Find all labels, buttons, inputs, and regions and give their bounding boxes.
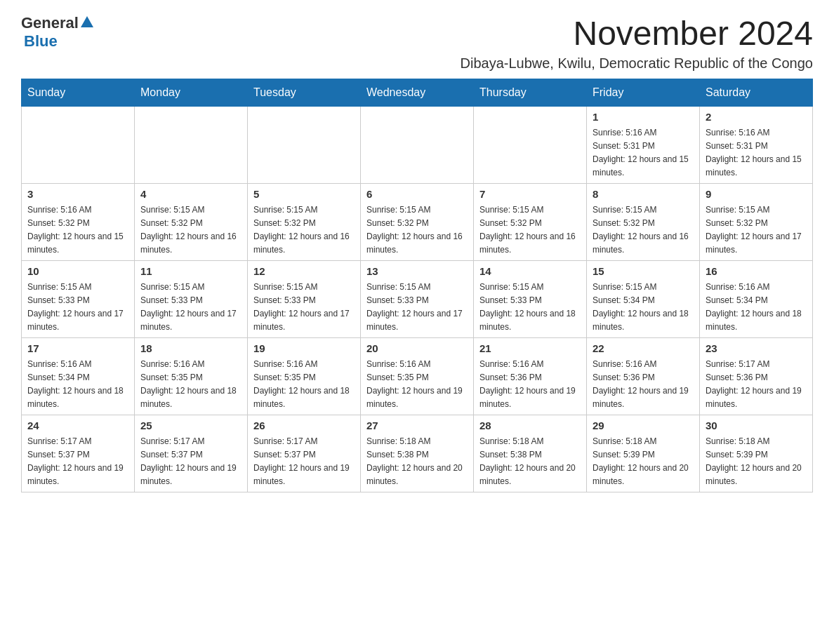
table-row: 19 Sunrise: 5:16 AMSunset: 5:35 PMDaylig…: [248, 338, 361, 415]
table-row: 18 Sunrise: 5:16 AMSunset: 5:35 PMDaylig…: [135, 338, 248, 415]
col-friday: Friday: [587, 79, 700, 107]
day-number: 27: [366, 420, 468, 431]
day-info: Sunrise: 5:15 AMSunset: 5:32 PMDaylight:…: [253, 205, 350, 255]
table-row: 6 Sunrise: 5:15 AMSunset: 5:32 PMDayligh…: [361, 184, 474, 261]
day-number: 24: [27, 420, 128, 431]
table-row: 4 Sunrise: 5:15 AMSunset: 5:32 PMDayligh…: [135, 184, 248, 261]
day-info: Sunrise: 5:16 AMSunset: 5:36 PMDaylight:…: [593, 359, 689, 409]
day-info: Sunrise: 5:17 AMSunset: 5:37 PMDaylight:…: [253, 436, 350, 486]
day-info: Sunrise: 5:16 AMSunset: 5:31 PMDaylight:…: [706, 128, 802, 177]
day-info: Sunrise: 5:17 AMSunset: 5:37 PMDaylight:…: [27, 436, 124, 486]
table-row: 2 Sunrise: 5:16 AMSunset: 5:31 PMDayligh…: [700, 107, 813, 184]
day-number: 8: [593, 188, 694, 200]
day-info: Sunrise: 5:18 AMSunset: 5:38 PMDaylight:…: [366, 436, 463, 486]
col-thursday: Thursday: [474, 79, 587, 107]
table-row: 30 Sunrise: 5:18 AMSunset: 5:39 PMDaylig…: [700, 415, 813, 492]
day-info: Sunrise: 5:15 AMSunset: 5:32 PMDaylight:…: [479, 205, 576, 255]
day-number: 5: [253, 188, 355, 200]
day-info: Sunrise: 5:16 AMSunset: 5:34 PMDaylight:…: [27, 359, 124, 409]
table-row: 15 Sunrise: 5:15 AMSunset: 5:34 PMDaylig…: [587, 261, 700, 338]
table-row: 12 Sunrise: 5:15 AMSunset: 5:33 PMDaylig…: [248, 261, 361, 338]
calendar-week-row: 10 Sunrise: 5:15 AMSunset: 5:33 PMDaylig…: [22, 261, 813, 338]
table-row: 29 Sunrise: 5:18 AMSunset: 5:39 PMDaylig…: [587, 415, 700, 492]
calendar-week-row: 17 Sunrise: 5:16 AMSunset: 5:34 PMDaylig…: [22, 338, 813, 415]
day-info: Sunrise: 5:15 AMSunset: 5:32 PMDaylight:…: [593, 205, 689, 255]
day-info: Sunrise: 5:15 AMSunset: 5:32 PMDaylight:…: [706, 205, 802, 255]
table-row: 27 Sunrise: 5:18 AMSunset: 5:38 PMDaylig…: [361, 415, 474, 492]
day-info: Sunrise: 5:15 AMSunset: 5:33 PMDaylight:…: [140, 282, 237, 332]
table-row: 5 Sunrise: 5:15 AMSunset: 5:32 PMDayligh…: [248, 184, 361, 261]
day-info: Sunrise: 5:17 AMSunset: 5:37 PMDaylight:…: [140, 436, 237, 486]
day-number: 29: [593, 420, 694, 431]
table-row: 11 Sunrise: 5:15 AMSunset: 5:33 PMDaylig…: [135, 261, 248, 338]
day-number: 22: [593, 342, 694, 354]
day-info: Sunrise: 5:15 AMSunset: 5:32 PMDaylight:…: [366, 205, 463, 255]
calendar-header-row: Sunday Monday Tuesday Wednesday Thursday…: [22, 79, 813, 107]
logo-general-text: General: [21, 14, 79, 32]
day-number: 28: [479, 420, 581, 431]
day-info: Sunrise: 5:18 AMSunset: 5:38 PMDaylight:…: [479, 436, 576, 486]
day-number: 7: [479, 188, 581, 200]
title-area: November 2024 Dibaya-Lubwe, Kwilu, Democ…: [461, 14, 813, 72]
day-number: 20: [366, 342, 468, 354]
day-number: 10: [27, 265, 128, 277]
day-info: Sunrise: 5:16 AMSunset: 5:32 PMDaylight:…: [27, 205, 124, 255]
table-row: 9 Sunrise: 5:15 AMSunset: 5:32 PMDayligh…: [700, 184, 813, 261]
col-wednesday: Wednesday: [361, 79, 474, 107]
table-row: 17 Sunrise: 5:16 AMSunset: 5:34 PMDaylig…: [22, 338, 135, 415]
day-number: 30: [706, 420, 807, 431]
table-row: 24 Sunrise: 5:17 AMSunset: 5:37 PMDaylig…: [22, 415, 135, 492]
day-number: 4: [140, 188, 241, 200]
table-row: 1 Sunrise: 5:16 AMSunset: 5:31 PMDayligh…: [587, 107, 700, 184]
day-number: 14: [479, 265, 581, 277]
day-info: Sunrise: 5:16 AMSunset: 5:36 PMDaylight:…: [479, 359, 576, 409]
day-info: Sunrise: 5:15 AMSunset: 5:33 PMDaylight:…: [479, 282, 576, 332]
table-row: 22 Sunrise: 5:16 AMSunset: 5:36 PMDaylig…: [587, 338, 700, 415]
logo-blue-text: Blue: [24, 32, 58, 51]
day-info: Sunrise: 5:16 AMSunset: 5:35 PMDaylight:…: [140, 359, 237, 409]
table-row: 20 Sunrise: 5:16 AMSunset: 5:35 PMDaylig…: [361, 338, 474, 415]
day-info: Sunrise: 5:18 AMSunset: 5:39 PMDaylight:…: [593, 436, 689, 486]
table-row: [248, 107, 361, 184]
day-number: 25: [140, 420, 241, 431]
day-number: 16: [706, 265, 807, 277]
day-info: Sunrise: 5:18 AMSunset: 5:39 PMDaylight:…: [706, 436, 802, 486]
month-title: November 2024: [461, 14, 813, 53]
day-info: Sunrise: 5:16 AMSunset: 5:35 PMDaylight:…: [253, 359, 350, 409]
calendar-week-row: 1 Sunrise: 5:16 AMSunset: 5:31 PMDayligh…: [22, 107, 813, 184]
day-number: 2: [706, 111, 807, 123]
day-number: 12: [253, 265, 355, 277]
day-number: 9: [706, 188, 807, 200]
header: General Blue November 2024 Dibaya-Lubwe,…: [21, 14, 813, 72]
calendar-week-row: 24 Sunrise: 5:17 AMSunset: 5:37 PMDaylig…: [22, 415, 813, 492]
day-number: 19: [253, 342, 355, 354]
day-info: Sunrise: 5:16 AMSunset: 5:31 PMDaylight:…: [593, 128, 689, 177]
day-number: 21: [479, 342, 581, 354]
table-row: [135, 107, 248, 184]
day-number: 1: [593, 111, 694, 123]
table-row: [474, 107, 587, 184]
col-monday: Monday: [135, 79, 248, 107]
table-row: 23 Sunrise: 5:17 AMSunset: 5:36 PMDaylig…: [700, 338, 813, 415]
day-number: 6: [366, 188, 468, 200]
table-row: 21 Sunrise: 5:16 AMSunset: 5:36 PMDaylig…: [474, 338, 587, 415]
day-number: 11: [140, 265, 241, 277]
calendar-week-row: 3 Sunrise: 5:16 AMSunset: 5:32 PMDayligh…: [22, 184, 813, 261]
day-number: 3: [27, 188, 128, 200]
table-row: 25 Sunrise: 5:17 AMSunset: 5:37 PMDaylig…: [135, 415, 248, 492]
day-info: Sunrise: 5:16 AMSunset: 5:34 PMDaylight:…: [706, 282, 802, 332]
table-row: 13 Sunrise: 5:15 AMSunset: 5:33 PMDaylig…: [361, 261, 474, 338]
table-row: [361, 107, 474, 184]
table-row: 3 Sunrise: 5:16 AMSunset: 5:32 PMDayligh…: [22, 184, 135, 261]
table-row: 7 Sunrise: 5:15 AMSunset: 5:32 PMDayligh…: [474, 184, 587, 261]
day-number: 13: [366, 265, 468, 277]
day-info: Sunrise: 5:15 AMSunset: 5:33 PMDaylight:…: [366, 282, 463, 332]
table-row: 26 Sunrise: 5:17 AMSunset: 5:37 PMDaylig…: [248, 415, 361, 492]
day-info: Sunrise: 5:16 AMSunset: 5:35 PMDaylight:…: [366, 359, 463, 409]
day-number: 15: [593, 265, 694, 277]
day-number: 18: [140, 342, 241, 354]
day-number: 26: [253, 420, 355, 431]
table-row: 28 Sunrise: 5:18 AMSunset: 5:38 PMDaylig…: [474, 415, 587, 492]
col-tuesday: Tuesday: [248, 79, 361, 107]
table-row: 14 Sunrise: 5:15 AMSunset: 5:33 PMDaylig…: [474, 261, 587, 338]
